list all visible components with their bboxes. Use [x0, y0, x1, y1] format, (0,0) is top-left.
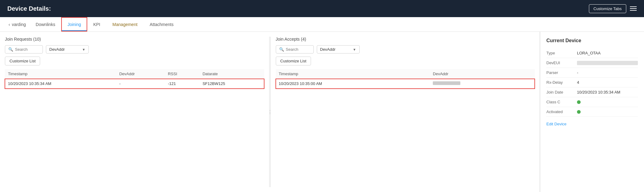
tab-back[interactable]: ‹ varding [5, 17, 30, 31]
tab-management[interactable]: Management [106, 17, 144, 31]
join-accepts-filter-row: 🔍 DevAddr ▼ [276, 45, 535, 54]
main-content: Join Requests (10) 🔍 DevAddr ▼ Customize… [0, 32, 644, 192]
device-classc-row: Class C [546, 97, 638, 107]
col-devaddr: DevAddr [116, 69, 165, 79]
type-label: Type [546, 51, 577, 55]
cell-timestamp: 10/20/2023 10:35:00 AM [276, 79, 430, 89]
join-accepts-search-box[interactable]: 🔍 [276, 45, 314, 54]
tab-downlinks[interactable]: Downlinks [30, 17, 62, 31]
rxdelay-label: Rx-Delay [546, 80, 577, 85]
join-accepts-filter-select[interactable]: DevAddr ▼ [317, 45, 360, 54]
search-icon: 🔍 [8, 47, 13, 52]
current-device-panel: Current Device Type LORA_OTAA DevEUI Par… [540, 32, 644, 192]
join-requests-filter-select[interactable]: DevAddr ▼ [46, 45, 89, 54]
parser-label: Parser [546, 70, 577, 75]
join-requests-customize-btn[interactable]: Customize List [5, 57, 40, 65]
join-accepts-table: Timestamp DevAddr 10/20/2023 10:35:00 AM [276, 69, 535, 89]
join-requests-panel: Join Requests (10) 🔍 DevAddr ▼ Customize… [5, 37, 264, 187]
join-requests-filter-label: DevAddr [49, 47, 65, 52]
join-accepts-header-row: Timestamp DevAddr [276, 69, 535, 79]
tabs-bar: ‹ varding Downlinks Joining KPI Manageme… [0, 17, 644, 32]
table-row[interactable]: 10/20/2023 10:35:00 AM [276, 79, 535, 89]
table-row[interactable]: 10/20/2023 10:35:34 AM - -121 SF12BW125 [5, 79, 264, 89]
edit-device-link[interactable]: Edit Device [546, 122, 567, 126]
rxdelay-value: 4 [577, 80, 638, 85]
join-requests-search-input[interactable] [15, 47, 39, 52]
joindate-label: Join Date [546, 90, 577, 94]
header: Device Details: Customize Tabs [0, 0, 644, 17]
activated-status-dot [577, 110, 581, 114]
join-requests-header-row: Timestamp DevAddr RSSI Datarate [5, 69, 264, 79]
classc-label: Class C [546, 100, 577, 104]
cell-timestamp: 10/20/2023 10:35:34 AM [5, 79, 116, 89]
panel-divider[interactable] [269, 37, 271, 187]
join-requests-table: Timestamp DevAddr RSSI Datarate 10/20/20… [5, 69, 264, 89]
col-rssi: RSSI [165, 69, 199, 79]
current-device-title: Current Device [546, 38, 638, 43]
back-arrow-icon: ‹ [9, 22, 10, 27]
join-requests-filter-row: 🔍 DevAddr ▼ [5, 45, 264, 54]
header-actions: Customize Tabs [589, 4, 637, 13]
devaddr-redacted [433, 81, 460, 85]
device-parser-row: Parser - [546, 68, 638, 78]
cell-rssi: -121 [165, 79, 199, 89]
join-accepts-filter-label: DevAddr [320, 47, 336, 52]
joindate-value: 10/20/2023 10:35:34 AM [577, 90, 638, 94]
search-icon: 🔍 [279, 47, 284, 52]
join-requests-search-box[interactable]: 🔍 [5, 45, 43, 54]
tab-joining[interactable]: Joining [61, 17, 87, 31]
tab-attachments[interactable]: Attachments [144, 17, 180, 31]
left-panel: Join Requests (10) 🔍 DevAddr ▼ Customize… [0, 32, 540, 192]
join-accepts-title: Join Accepts (4) [276, 37, 535, 42]
menu-icon[interactable] [630, 6, 637, 11]
cell-devaddr [430, 79, 535, 89]
deveui-label: DevEUI [546, 61, 577, 65]
classc-status-dot [577, 100, 581, 104]
deveui-value [577, 61, 638, 65]
customize-tabs-button[interactable]: Customize Tabs [589, 4, 626, 13]
device-joindate-row: Join Date 10/20/2023 10:35:34 AM [546, 87, 638, 97]
join-accepts-customize-btn[interactable]: Customize List [276, 57, 311, 65]
parser-value: - [577, 70, 638, 75]
col-devaddr: DevAddr [430, 69, 535, 79]
activated-label: Activated [546, 109, 577, 114]
page-title: Device Details: [7, 5, 51, 12]
tab-kpi[interactable]: KPI [87, 17, 107, 31]
col-timestamp: Timestamp [276, 69, 430, 79]
back-label: varding [12, 22, 26, 27]
col-datarate: Datarate [200, 69, 264, 79]
type-value: LORA_OTAA [577, 51, 638, 55]
device-deveui-row: DevEUI [546, 58, 638, 68]
device-rxdelay-row: Rx-Delay 4 [546, 78, 638, 87]
cell-datarate: SF12BW125 [200, 79, 264, 89]
join-accepts-search-input[interactable] [286, 47, 310, 52]
col-timestamp: Timestamp [5, 69, 116, 79]
join-accepts-panel: Join Accepts (4) 🔍 DevAddr ▼ Customize L… [276, 37, 535, 187]
cell-devaddr: - [116, 79, 165, 89]
dropdown-arrow-icon: ▼ [353, 48, 356, 51]
device-activated-row: Activated [546, 107, 638, 117]
dropdown-arrow-icon: ▼ [82, 48, 85, 51]
device-type-row: Type LORA_OTAA [546, 48, 638, 58]
join-requests-title: Join Requests (10) [5, 37, 264, 42]
